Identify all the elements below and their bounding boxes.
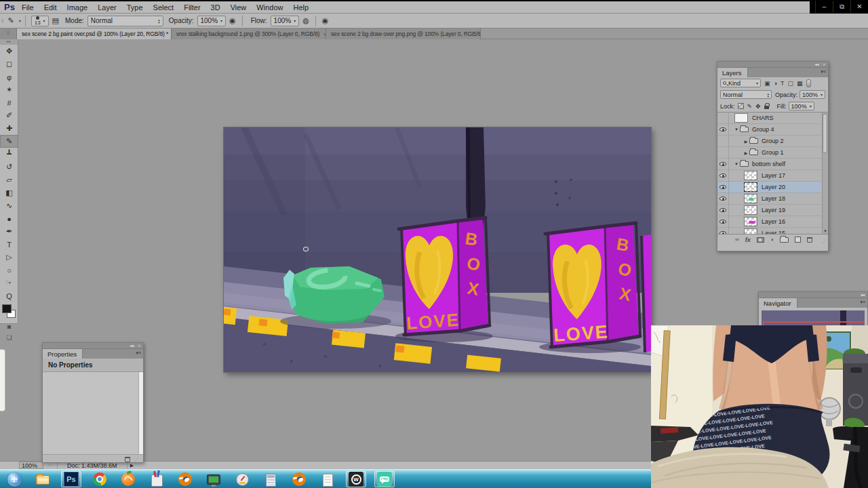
tool-zoom[interactable]: Q [0, 289, 18, 302]
menu-view[interactable]: View [231, 3, 247, 12]
layer-row-16[interactable]: Layer 16 [717, 216, 828, 228]
visibility-toggle[interactable] [717, 147, 729, 159]
panel-menu-icon[interactable]: ▾≡ [136, 350, 141, 356]
layer-row-group1[interactable]: ▶ Group 1 [717, 147, 828, 159]
visibility-toggle[interactable] [717, 228, 729, 235]
taskbar-wacom[interactable]: W [346, 471, 366, 487]
layer-row-group4[interactable]: ▼ Group 4 [717, 124, 828, 136]
tool-eyedropper[interactable]: ✐ [0, 109, 18, 122]
layer-row-17[interactable]: Layer 17 [717, 170, 828, 182]
layer-thumbnail[interactable] [744, 228, 757, 235]
fill-field[interactable]: 100% ▾ [789, 102, 814, 110]
taskbar-chat[interactable]: CPD [374, 471, 395, 487]
blend-mode-select[interactable]: Normal ▴▾ [720, 90, 772, 99]
link-layers-icon[interactable]: ∞ [735, 237, 739, 243]
menu-image[interactable]: Image [67, 3, 88, 12]
panel-menu-icon[interactable]: ▾≡ [860, 300, 865, 305]
minimize-button[interactable]: – [815, 1, 833, 13]
tool-preset-dropdown-icon[interactable]: ▾ [19, 18, 21, 23]
delete-icon[interactable] [125, 457, 130, 462]
tool-gradient[interactable]: ◧ [0, 186, 18, 199]
visibility-toggle[interactable] [717, 193, 729, 205]
taskbar-system-monitor[interactable] [232, 471, 252, 487]
adjustment-layer-icon[interactable]: ◑ [770, 237, 774, 243]
layer-row-19[interactable]: Layer 19 [717, 205, 828, 216]
new-layer-icon[interactable] [795, 237, 801, 243]
restore-button[interactable]: ⧉ [833, 1, 850, 13]
scrollbar-thumb[interactable] [823, 114, 827, 153]
visibility-toggle[interactable] [717, 170, 729, 182]
taskbar-calculator[interactable] [260, 471, 281, 487]
lock-all-icon[interactable] [764, 106, 769, 109]
menu-edit[interactable]: Edit [44, 3, 57, 12]
layer-thumbnail[interactable] [744, 194, 757, 203]
taskbar-blender[interactable] [175, 471, 195, 487]
tool-healing-brush[interactable]: ✚ [0, 122, 18, 135]
tab-navigator[interactable]: Navigator [759, 298, 797, 308]
menu-type[interactable]: Type [127, 3, 143, 12]
options-grip[interactable]: ⁞⁞ [1, 18, 3, 24]
filter-pixel-icon[interactable]: ▣ [764, 80, 770, 87]
layer-thumbnail[interactable] [744, 182, 757, 192]
layer-row-chars[interactable]: CHARS [717, 113, 828, 124]
tool-eraser[interactable]: ▱ [0, 174, 18, 186]
close-icon[interactable]: × [823, 62, 825, 66]
filter-adjustment-icon[interactable]: ◑ [774, 80, 777, 87]
flow-field[interactable]: 100% ▾ [271, 16, 300, 26]
hidden-panel-tab[interactable] [0, 349, 5, 411]
layer-thumbnail[interactable] [744, 217, 757, 226]
add-mask-icon[interactable] [757, 237, 764, 243]
menu-file[interactable]: File [22, 3, 34, 12]
taskbar-fl-studio[interactable] [118, 471, 138, 487]
brush-preset-picker[interactable]: 13 ▾ [31, 16, 49, 26]
tool-magic-wand[interactable]: ✶ [0, 83, 18, 96]
panel-menu-icon[interactable]: ▾≡ [821, 69, 826, 75]
visibility-toggle[interactable] [717, 136, 729, 147]
layer-opacity-field[interactable]: 100% ▾ [800, 90, 825, 99]
taskbar-chrome[interactable] [90, 471, 110, 487]
collapse-icon[interactable]: ◂◂ [814, 62, 818, 66]
menu-help[interactable]: Help [293, 3, 309, 12]
collapse-icon[interactable]: ◂◂ [130, 344, 134, 348]
tool-history-brush[interactable]: ↺ [0, 161, 18, 174]
expander-icon[interactable]: ▶ [743, 150, 749, 155]
menu-filter[interactable]: Filter [184, 3, 200, 12]
filter-shape-icon[interactable]: ▢ [787, 80, 793, 87]
layer-row-15[interactable]: Layer 15 [717, 228, 828, 235]
tool-clone-stamp[interactable]: ┻ [0, 148, 18, 161]
lock-transparency-icon[interactable] [738, 103, 744, 109]
scroll-down-icon[interactable]: ▼ [823, 229, 827, 233]
expander-icon[interactable]: ▼ [733, 127, 740, 131]
menu-select[interactable]: Select [153, 3, 174, 12]
menu-window[interactable]: Window [256, 3, 283, 12]
tool-hand[interactable]: ☞ [0, 277, 18, 289]
tab-document-3[interactable]: sex scene 2 bg draw over png.png @ 100% … [326, 28, 481, 39]
layer-row-18[interactable]: Layer 18 [717, 193, 828, 205]
taskbar-explorer[interactable] [33, 471, 53, 487]
taskbar-blender-2[interactable] [289, 471, 309, 487]
tab-layers[interactable]: Layers [717, 68, 748, 77]
dock-grip[interactable]: ⁞⁞ [0, 28, 17, 39]
zoom-level-field[interactable]: 100% [19, 462, 43, 469]
tools-panel-grip[interactable]: ▸▸ [0, 39, 18, 45]
brush-tool-icon[interactable]: ✎ [7, 16, 14, 25]
tool-brush[interactable]: ✎ [0, 135, 18, 148]
expander-icon[interactable]: ▼ [733, 162, 740, 166]
screen-mode-button[interactable]: ❏ [0, 332, 18, 343]
tool-marquee[interactable]: ◻ [0, 58, 18, 70]
close-button[interactable]: ✕ [850, 1, 868, 13]
visibility-toggle[interactable] [717, 205, 729, 216]
tool-lasso[interactable]: φ [0, 70, 18, 83]
menu-layer[interactable]: Layer [98, 3, 117, 12]
canvas-area[interactable]: B O X LOVE B O [224, 127, 651, 372]
quick-mask-button[interactable]: ◙ [0, 321, 18, 332]
filter-toggle[interactable] [806, 79, 811, 87]
tool-smudge[interactable]: ∿ [0, 199, 18, 212]
layer-thumbnail[interactable] [734, 113, 748, 123]
tool-dodge[interactable]: ● [0, 212, 18, 225]
tool-move[interactable]: ✥ [0, 45, 18, 58]
visibility-toggle[interactable] [717, 124, 729, 136]
scrollbar[interactable] [138, 372, 143, 454]
scrollbar[interactable]: ▼ [822, 113, 828, 234]
filter-type-icon[interactable]: T [781, 80, 785, 87]
